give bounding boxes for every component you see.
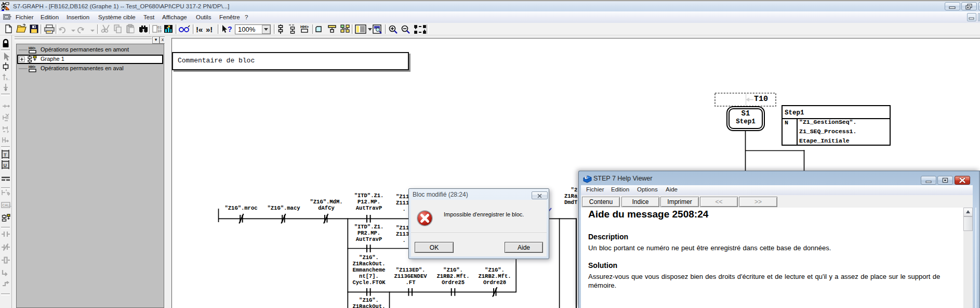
svg-text:?: ? <box>586 176 588 179</box>
